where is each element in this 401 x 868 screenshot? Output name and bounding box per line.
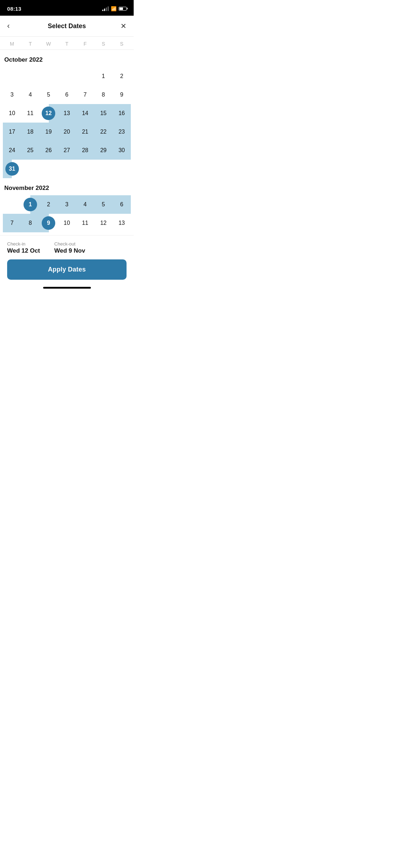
day-number-6[interactable]: 6 — [115, 198, 128, 211]
day-15[interactable]: 15 — [94, 104, 112, 123]
day-14[interactable]: 14 — [3, 232, 21, 235]
day-24[interactable]: 24 — [3, 141, 21, 160]
day-11[interactable]: 11 — [21, 104, 39, 123]
day-number-16[interactable]: 16 — [115, 107, 128, 120]
day-number-29[interactable]: 29 — [97, 144, 110, 157]
day-number-9[interactable]: 9 — [42, 216, 55, 230]
day-number-27[interactable]: 27 — [60, 144, 73, 157]
day-1[interactable]: 1 — [94, 67, 112, 86]
day-8[interactable]: 8 — [94, 86, 112, 104]
day-number-12[interactable]: 12 — [97, 216, 110, 230]
day-23[interactable]: 23 — [113, 123, 131, 141]
day-3[interactable]: 3 — [58, 195, 76, 214]
day-17[interactable]: 17 — [3, 123, 21, 141]
day-21[interactable]: 21 — [76, 123, 94, 141]
day-number-1[interactable]: 1 — [24, 198, 37, 211]
day-number-6[interactable]: 6 — [60, 88, 73, 102]
day-number-13[interactable]: 13 — [60, 107, 73, 120]
day-number-21[interactable]: 21 — [78, 125, 92, 139]
day-14[interactable]: 14 — [76, 104, 94, 123]
day-number-8[interactable]: 8 — [24, 216, 37, 230]
day-20[interactable]: 20 — [113, 232, 131, 235]
day-number-23[interactable]: 23 — [115, 125, 128, 139]
day-number-4[interactable]: 4 — [78, 198, 92, 211]
day-28[interactable]: 28 — [76, 141, 94, 160]
day-number-9[interactable]: 9 — [115, 88, 128, 102]
day-number-22[interactable]: 22 — [97, 125, 110, 139]
day-9[interactable]: 9 — [40, 214, 58, 232]
day-12[interactable]: 12 — [40, 104, 58, 123]
day-number-2[interactable]: 2 — [42, 198, 55, 211]
day-number-4[interactable]: 4 — [24, 88, 37, 102]
day-number-28[interactable]: 28 — [78, 144, 92, 157]
day-22[interactable]: 22 — [94, 123, 112, 141]
day-number-30[interactable]: 30 — [115, 144, 128, 157]
day-7[interactable]: 7 — [3, 214, 21, 232]
day-number-20[interactable]: 20 — [60, 125, 73, 139]
day-10[interactable]: 10 — [3, 104, 21, 123]
day-19[interactable]: 19 — [94, 232, 112, 235]
day-number-15[interactable]: 15 — [97, 107, 110, 120]
day-number-19[interactable]: 19 — [42, 125, 55, 139]
day-number-2[interactable]: 2 — [115, 69, 128, 83]
day-number-31[interactable]: 31 — [5, 162, 19, 176]
day-7[interactable]: 7 — [76, 86, 94, 104]
day-number-10[interactable]: 10 — [5, 107, 19, 120]
day-29[interactable]: 29 — [94, 141, 112, 160]
day-15[interactable]: 15 — [21, 232, 39, 235]
day-number-13[interactable]: 13 — [115, 216, 128, 230]
day-2[interactable]: 2 — [40, 195, 58, 214]
day-1[interactable]: 1 — [21, 195, 39, 214]
day-number-1[interactable]: 1 — [97, 69, 110, 83]
back-button[interactable]: ‹ — [7, 21, 19, 31]
day-number-11[interactable]: 11 — [78, 216, 92, 230]
day-11[interactable]: 11 — [76, 214, 94, 232]
day-number-14[interactable]: 14 — [78, 107, 92, 120]
day-6[interactable]: 6 — [113, 195, 131, 214]
day-30[interactable]: 30 — [113, 141, 131, 160]
day-number-12[interactable]: 12 — [42, 107, 55, 120]
day-31[interactable]: 31 — [3, 160, 21, 178]
day-5[interactable]: 5 — [40, 86, 58, 104]
day-16[interactable]: 16 — [40, 232, 58, 235]
day-27[interactable]: 27 — [58, 141, 76, 160]
apply-dates-button[interactable]: Apply Dates — [7, 259, 127, 280]
day-8[interactable]: 8 — [21, 214, 39, 232]
day-number-26[interactable]: 26 — [42, 144, 55, 157]
day-17[interactable]: 17 — [58, 232, 76, 235]
day-number-8[interactable]: 8 — [97, 88, 110, 102]
day-4[interactable]: 4 — [76, 195, 94, 214]
day-number-7[interactable]: 7 — [78, 88, 92, 102]
close-button[interactable]: ✕ — [115, 22, 127, 30]
day-number-3[interactable]: 3 — [5, 88, 19, 102]
day-18[interactable]: 18 — [76, 232, 94, 235]
day-19[interactable]: 19 — [40, 123, 58, 141]
day-number-5[interactable]: 5 — [42, 88, 55, 102]
day-number-11[interactable]: 11 — [24, 107, 37, 120]
day-9[interactable]: 9 — [113, 86, 131, 104]
day-12[interactable]: 12 — [94, 214, 112, 232]
day-number-3[interactable]: 3 — [60, 198, 73, 211]
day-3[interactable]: 3 — [3, 86, 21, 104]
empty-day — [78, 162, 92, 176]
day-16[interactable]: 16 — [113, 104, 131, 123]
day-6[interactable]: 6 — [58, 86, 76, 104]
day-number-18[interactable]: 18 — [24, 125, 37, 139]
day-number-24[interactable]: 24 — [5, 144, 19, 157]
day-25[interactable]: 25 — [21, 141, 39, 160]
day-number-5[interactable]: 5 — [97, 198, 110, 211]
day-20[interactable]: 20 — [58, 123, 76, 141]
day-2[interactable]: 2 — [113, 67, 131, 86]
day-5[interactable]: 5 — [94, 195, 112, 214]
day-26[interactable]: 26 — [40, 141, 58, 160]
day-18[interactable]: 18 — [21, 123, 39, 141]
day-number-17[interactable]: 17 — [5, 125, 19, 139]
day-number-25[interactable]: 25 — [24, 144, 37, 157]
day-13[interactable]: 13 — [58, 104, 76, 123]
day-10[interactable]: 10 — [58, 214, 76, 232]
day-13[interactable]: 13 — [113, 214, 131, 232]
day-number-10[interactable]: 10 — [60, 216, 73, 230]
calendar-scroll[interactable]: October 2022 123456789101112131415161718… — [0, 50, 134, 235]
day-number-7[interactable]: 7 — [5, 216, 19, 230]
day-4[interactable]: 4 — [21, 86, 39, 104]
